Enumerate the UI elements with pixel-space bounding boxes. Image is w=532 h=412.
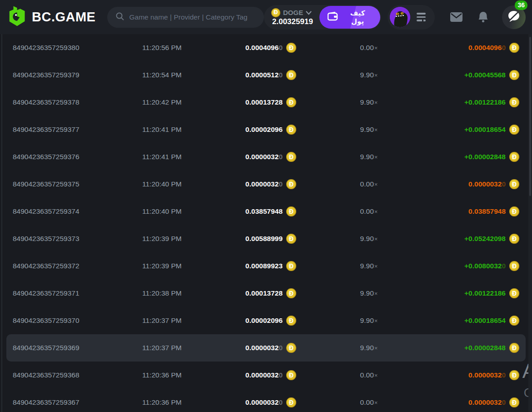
scrollbar[interactable] (528, 34, 532, 412)
doge-coin-icon: Đ (509, 97, 519, 107)
bet-row[interactable]: 84904236357259371 11:20:38 PM 0.00013728… (0, 280, 532, 307)
bet-id: 84904236357259368 (13, 371, 142, 379)
bet-time: 11:20:54 PM (142, 71, 218, 79)
bet-multiplier: 0.00× (296, 207, 442, 216)
bet-multiplier: 9.90× (296, 289, 442, 297)
bet-payout: 0.00000320 Đ (442, 397, 519, 407)
bet-payout: +0.00002848 Đ (442, 343, 519, 353)
bet-amount: 0.00002096 Đ (218, 316, 296, 326)
doge-coin-icon: Đ (286, 152, 296, 162)
bet-amount: 0.00000320 Đ (218, 152, 296, 162)
bet-time: 11:20:37 PM (142, 344, 218, 352)
search-bar[interactable] (107, 7, 264, 28)
bet-payout: +0.00122186 Đ (442, 97, 519, 107)
chat-button[interactable]: 36 (502, 5, 526, 29)
bet-time: 11:20:56 PM (142, 44, 218, 52)
profile-menu-icon[interactable] (415, 11, 428, 23)
bet-row[interactable]: 84904236357259380 11:20:56 PM 0.00040960… (0, 34, 532, 61)
bet-multiplier: 9.90× (296, 262, 442, 270)
bet-row[interactable]: 84904236357259375 11:20:40 PM 0.00000320… (0, 171, 532, 198)
bet-id: 84904236357259369 (13, 344, 142, 352)
search-input[interactable] (129, 13, 256, 21)
doge-coin-icon: Đ (286, 316, 296, 326)
wallet-icon (328, 12, 338, 22)
bet-id: 84904236357259374 (13, 207, 142, 216)
bet-row[interactable]: 84904236357259370 11:20:37 PM 0.00002096… (0, 307, 532, 334)
doge-coin-icon: Đ (286, 261, 296, 271)
bet-amount: 0.00005120 Đ (218, 70, 296, 80)
bet-amount: 0.00002096 Đ (218, 125, 296, 135)
doge-coin-icon: Đ (509, 70, 519, 80)
bet-time: 11:20:41 PM (142, 126, 218, 134)
bet-row[interactable]: 84904236357259372 11:20:39 PM 0.00089923… (0, 252, 532, 280)
bet-multiplier: 0.00× (296, 371, 442, 379)
bet-multiplier: 0.00× (296, 44, 442, 52)
chat-muted-icon (507, 10, 520, 25)
chat-unread-badge: 36 (515, 0, 527, 10)
scrollbar-thumb[interactable] (529, 37, 531, 196)
doge-coin-icon: Đ (509, 397, 519, 407)
bet-row[interactable]: 84904236357259373 11:20:39 PM 0.00588999… (0, 225, 532, 252)
bet-payout: +0.00018654 Đ (442, 125, 519, 135)
bet-time: 11:20:39 PM (142, 235, 218, 243)
doge-coin-icon: Đ (286, 343, 296, 353)
bet-amount: 0.00000320 Đ (218, 179, 296, 189)
currency-code: DOGE (283, 9, 303, 16)
bet-row[interactable]: 84904236357259376 11:20:41 PM 0.00000320… (0, 143, 532, 171)
bet-row[interactable]: 84904236357259368 11:20:36 PM 0.00000320… (0, 362, 532, 389)
bet-amount: 0.03857948 Đ (218, 206, 296, 216)
bet-id: 84904236357259375 (13, 180, 142, 188)
doge-coin-icon: Đ (509, 370, 519, 380)
bet-amount: 0.00040960 Đ (218, 43, 296, 53)
bet-history-table: 84904236357259380 11:20:56 PM 0.00040960… (0, 34, 532, 412)
avatar[interactable] (390, 7, 410, 27)
doge-coin-icon: Đ (286, 125, 296, 135)
doge-coin-icon: Đ (509, 234, 519, 244)
doge-coin-icon: Đ (509, 179, 519, 189)
bet-row[interactable]: 84904236357259369 11:20:37 PM 0.00000320… (6, 334, 526, 362)
bet-row[interactable]: 84904236357259367 11:20:36 PM 0.00000320… (0, 389, 532, 412)
bet-multiplier: 0.00× (296, 180, 442, 188)
bet-id: 84904236357259376 (13, 153, 142, 161)
bet-multiplier: 9.90× (296, 317, 442, 325)
bet-time: 11:20:38 PM (142, 289, 218, 297)
bet-id: 84904236357259371 (13, 289, 142, 297)
bet-payout: 0.00000320 Đ (442, 179, 519, 189)
bet-id: 84904236357259379 (13, 71, 142, 79)
profile-pill (388, 5, 435, 30)
bet-row[interactable]: 84904236357259379 11:20:54 PM 0.00005120… (0, 61, 532, 89)
bet-payout: 0.00040960 Đ (442, 43, 519, 53)
logo-text: BC.GAME (32, 10, 95, 25)
bet-payout: 0.00000320 Đ (442, 370, 519, 380)
bet-time: 11:20:40 PM (142, 180, 218, 188)
doge-coin-icon: Đ (286, 179, 296, 189)
currency-selector[interactable]: Đ DOGE 2.00325919 (271, 8, 313, 26)
bet-multiplier: 9.90× (296, 98, 442, 106)
bet-id: 84904236357259377 (13, 126, 142, 134)
bet-id: 84904236357259378 (13, 98, 142, 106)
mail-icon[interactable] (450, 12, 462, 22)
doge-coin-icon: Đ (509, 125, 519, 135)
bet-multiplier: 9.90× (296, 153, 442, 161)
wallet-button[interactable]: کیف پول (319, 6, 380, 29)
doge-coin-icon: Đ (509, 43, 519, 53)
bet-multiplier: 9.90× (296, 344, 442, 352)
bet-multiplier: 9.90× (296, 71, 442, 79)
balance-pill: Đ DOGE 2.00325919 (264, 5, 381, 30)
doge-coin-icon: Đ (286, 70, 296, 80)
bet-row[interactable]: 84904236357259377 11:20:41 PM 0.00002096… (0, 116, 532, 143)
doge-coin-icon: Đ (286, 206, 296, 216)
bet-row[interactable]: 84904236357259378 11:20:42 PM 0.00013728… (0, 89, 532, 116)
bet-payout: +0.00002848 Đ (442, 152, 519, 162)
bell-icon[interactable] (478, 11, 488, 23)
bet-id: 84904236357259370 (13, 317, 142, 325)
bet-row[interactable]: 84904236357259374 11:20:40 PM 0.03857948… (0, 198, 532, 225)
logo[interactable]: BC.GAME (8, 5, 95, 29)
doge-coin-icon: Đ (509, 206, 519, 216)
bet-payout: +0.00045568 Đ (442, 70, 519, 80)
bet-multiplier: 9.90× (296, 235, 442, 243)
balance-value: 2.00325919 (271, 17, 313, 26)
bet-amount: 0.00000320 Đ (218, 370, 296, 380)
wallet-button-label: کیف پول (343, 9, 372, 25)
bet-amount: 0.00000320 Đ (218, 397, 296, 407)
